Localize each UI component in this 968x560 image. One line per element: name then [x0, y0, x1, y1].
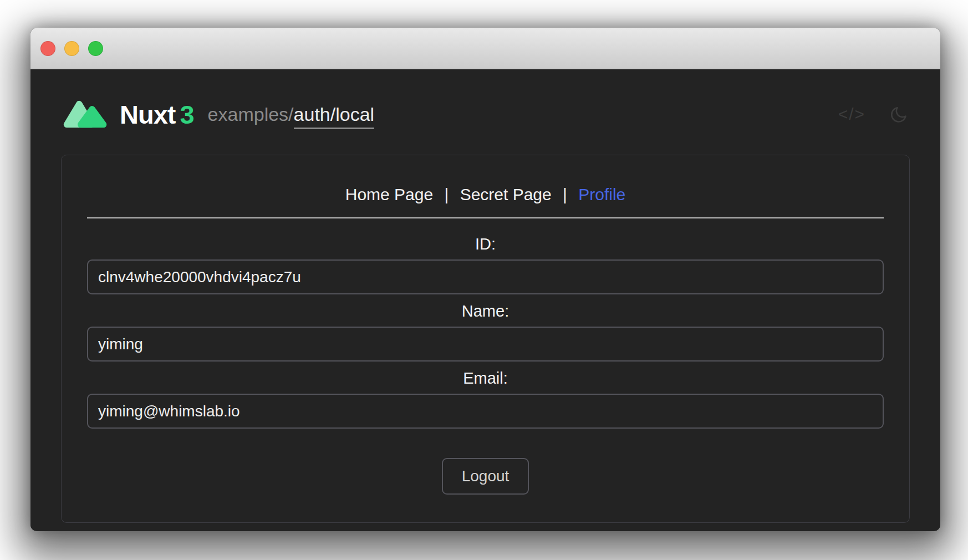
email-input[interactable] — [87, 394, 884, 429]
nav-divider — [87, 217, 884, 218]
name-label: Name: — [87, 302, 884, 320]
name-input[interactable] — [87, 327, 884, 362]
brand-area: Nuxt 3 examples/auth/local — [61, 99, 374, 130]
screenshot-root: Nuxt 3 examples/auth/local </> Home Page — [0, 0, 968, 560]
nav-link-secret[interactable]: Secret Page — [460, 185, 552, 203]
id-input[interactable] — [87, 259, 884, 294]
logout-button[interactable]: Logout — [442, 458, 529, 495]
nuxt-logo-icon — [61, 99, 110, 130]
page-content: Nuxt 3 examples/auth/local </> Home Page — [30, 69, 940, 531]
browser-window: Nuxt 3 examples/auth/local </> Home Page — [30, 28, 940, 531]
app-header: Nuxt 3 examples/auth/local </> — [61, 69, 910, 139]
page-nav: Home Page | Secret Page | Profile — [87, 185, 884, 204]
nav-link-profile[interactable]: Profile — [578, 185, 625, 203]
window-titlebar — [30, 28, 940, 69]
close-window-button[interactable] — [40, 41, 55, 56]
dark-mode-moon-icon[interactable] — [889, 104, 910, 125]
source-code-icon[interactable]: </> — [838, 105, 865, 124]
header-icons: </> — [838, 104, 910, 125]
minimize-window-button[interactable] — [64, 41, 79, 56]
nav-separator: | — [563, 185, 567, 203]
zoom-window-button[interactable] — [88, 41, 103, 56]
brand-name: Nuxt — [120, 99, 175, 130]
id-label: ID: — [87, 235, 884, 253]
logout-button-row: Logout — [87, 458, 884, 495]
brand-version: 3 — [180, 99, 194, 130]
breadcrumb-prefix: examples/ — [208, 104, 294, 125]
breadcrumb-current-link[interactable]: auth/local — [294, 104, 375, 129]
email-label: Email: — [87, 369, 884, 388]
profile-card: Home Page | Secret Page | Profile ID: Na… — [61, 155, 910, 523]
nav-separator: | — [445, 185, 449, 203]
breadcrumb: examples/auth/local — [208, 104, 375, 125]
nav-link-home[interactable]: Home Page — [345, 185, 433, 203]
